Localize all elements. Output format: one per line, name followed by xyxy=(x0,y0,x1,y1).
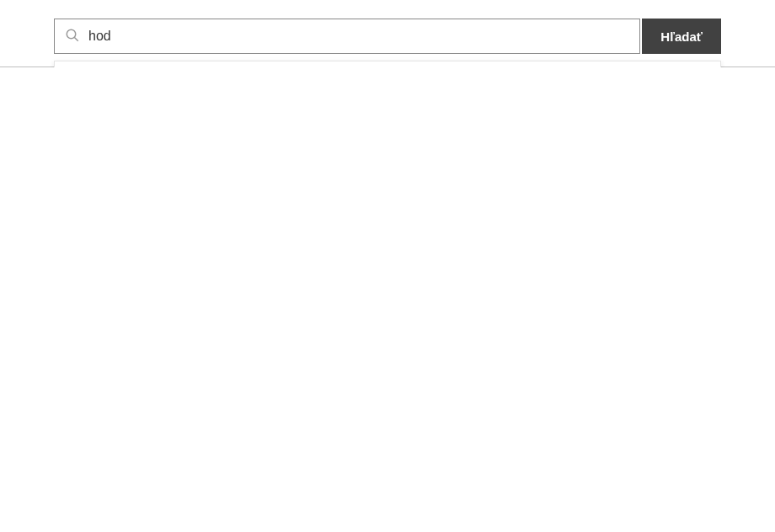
search-input[interactable] xyxy=(80,19,629,53)
search-icon xyxy=(65,28,80,45)
svg-line-1 xyxy=(74,37,78,41)
search-button[interactable]: Hľadať xyxy=(642,19,721,54)
svg-point-0 xyxy=(67,29,76,39)
autocomplete-dropdown: PRODUKTY Hodinky Legend Watch E Hodinky … xyxy=(54,61,721,67)
search-bar: Hľadať xyxy=(54,19,721,54)
search-input-wrap[interactable] xyxy=(54,19,640,54)
